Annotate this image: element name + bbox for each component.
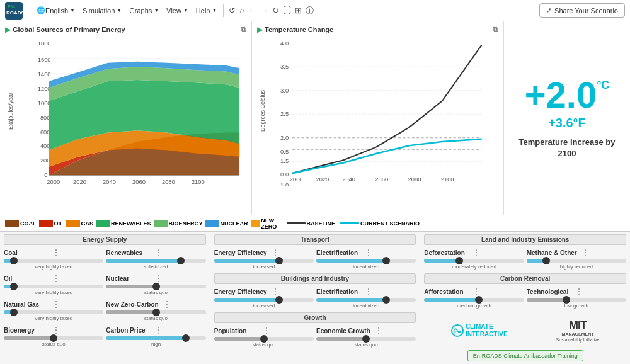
methane-track[interactable]: [527, 259, 626, 263]
ambassador-training-button[interactable]: En-ROADS Climate Ambassador Training: [467, 350, 583, 361]
nav-english[interactable]: 🌐 English ▼: [33, 4, 79, 16]
transport-electrification-group: Electrification ⋮ incentivized: [316, 247, 416, 270]
share-button[interactable]: ↗ Share Your Scenario: [539, 3, 625, 18]
home-icon[interactable]: ⌂: [239, 6, 244, 15]
buildings-efficiency-menu[interactable]: ⋮: [271, 287, 280, 297]
technological-track[interactable]: [527, 298, 626, 302]
play-icon[interactable]: ▶: [5, 26, 10, 34]
transport-electrification-menu[interactable]: ⋮: [364, 247, 373, 258]
svg-text:0.5: 0.5: [280, 148, 289, 155]
fullscreen-icon[interactable]: ⛶: [283, 6, 291, 15]
newzero-menu[interactable]: ⋮: [163, 299, 171, 309]
bioenergy-slider-group: Bioenergy ⋮ status quo: [4, 325, 103, 347]
energy-y-label: Exajoules/year: [5, 35, 16, 186]
carbon-price-track[interactable]: [106, 336, 205, 340]
temp-chart-title: ▶ Temperature Change ⧉: [257, 25, 498, 34]
oil-swatch: [39, 220, 53, 227]
oil-track[interactable]: [4, 285, 103, 288]
nuclear-track[interactable]: [106, 285, 205, 288]
bioenergy-menu[interactable]: ⋮: [52, 325, 60, 335]
population-menu[interactable]: ⋮: [262, 326, 271, 336]
newzero-label: New Zero-Carbon: [106, 301, 158, 308]
renewables-track[interactable]: [106, 259, 205, 263]
transport-electrification-track[interactable]: [316, 259, 416, 263]
renewables-value: subsidized: [106, 264, 205, 270]
methane-value: highly reduced: [527, 264, 626, 270]
redo-icon[interactable]: ↻: [272, 6, 279, 15]
gas-swatch: [66, 220, 80, 227]
nuclear-label: Nuclear: [106, 275, 150, 282]
baseline-line: [287, 222, 306, 224]
undo-icon[interactable]: ↺: [229, 6, 236, 15]
temp-celsius-value: +2.0 °C: [525, 77, 610, 113]
svg-text:2080: 2080: [162, 178, 175, 185]
temp-fahrenheit: +3.6°F: [548, 116, 586, 130]
temp-legend: BASELINE CURRENT SCENARIO: [287, 220, 494, 227]
transport-efficiency-group: Energy Efficiency ⋮ increased: [214, 247, 314, 270]
economic-growth-menu[interactable]: ⋮: [374, 326, 383, 336]
carbon-price-menu[interactable]: ⋮: [154, 325, 163, 335]
renewables-label: Renewables: [106, 249, 150, 256]
right-section: Land and Industry Emissions Deforestatio…: [420, 232, 630, 364]
nuclear-swatch: [205, 220, 219, 227]
chevron-down-icon: ▼: [183, 8, 188, 13]
population-track[interactable]: [214, 337, 314, 341]
bioenergy-label: Bioenergy: [4, 327, 48, 334]
svg-text:800: 800: [40, 114, 50, 121]
buildings-electrification-track[interactable]: [316, 298, 416, 302]
transport-efficiency-menu[interactable]: ⋮: [271, 247, 280, 258]
nav-graphs[interactable]: Graphs ▼: [125, 5, 163, 16]
back-icon[interactable]: ←: [248, 6, 256, 15]
svg-text:2060: 2060: [375, 176, 389, 183]
nav-help[interactable]: Help ▼: [192, 5, 221, 16]
temp-celsius-unit: °C: [597, 79, 609, 91]
deforestation-menu[interactable]: ⋮: [472, 247, 481, 258]
legend-nuclear: NUCLEAR: [205, 220, 248, 227]
svg-text:2.0: 2.0: [280, 134, 289, 141]
mit-logo: MIT MANAGEMENTSustainability Initiative: [556, 319, 600, 343]
afforestation-track[interactable]: [424, 298, 524, 302]
buildings-efficiency-track[interactable]: [214, 298, 314, 302]
svg-text:1400: 1400: [38, 71, 51, 77]
afforestation-menu[interactable]: ⋮: [472, 287, 481, 297]
methane-menu[interactable]: ⋮: [581, 247, 590, 258]
bioenergy-value: status quo: [4, 341, 103, 347]
bioenergy-track[interactable]: [4, 336, 103, 340]
legend-current: CURRENT SCENARIO: [340, 220, 420, 227]
transport-efficiency-track[interactable]: [214, 259, 314, 263]
energy-legend: COAL OIL GAS RENEWABLES BIOENERGY NUCLEA…: [5, 217, 282, 230]
forward-icon[interactable]: →: [260, 6, 268, 15]
copy-icon[interactable]: ⧉: [241, 25, 246, 34]
oil-menu[interactable]: ⋮: [52, 273, 60, 283]
oil-label: Oil: [4, 275, 48, 282]
economic-growth-track[interactable]: [316, 337, 416, 341]
svg-text:2000: 2000: [47, 178, 60, 185]
gas-track[interactable]: [4, 310, 103, 314]
nav-simulation[interactable]: Simulation ▼: [79, 5, 125, 16]
buildings-electrification-menu[interactable]: ⋮: [364, 287, 373, 297]
energy-chart-svg: 1800 1600 1400 1200 1000 800 600 400 200…: [16, 35, 246, 186]
deforestation-track[interactable]: [424, 259, 524, 263]
coal-menu[interactable]: ⋮: [52, 247, 60, 258]
carbon-price-label: Carbon Price: [106, 327, 150, 334]
newzero-track[interactable]: [106, 310, 205, 314]
svg-text:1.0: 1.0: [280, 181, 289, 186]
population-value: status quo: [214, 342, 314, 348]
copy-icon-temp[interactable]: ⧉: [493, 25, 498, 34]
info-icon[interactable]: ⓘ: [306, 5, 314, 16]
temp-chart-panel: ▶ Temperature Change ⧉ Degrees Celsius 4…: [252, 21, 504, 215]
gas-menu[interactable]: ⋮: [52, 299, 60, 309]
svg-text:2000: 2000: [290, 176, 303, 183]
technological-menu[interactable]: ⋮: [575, 287, 583, 297]
grid-icon[interactable]: ⊞: [295, 6, 302, 15]
energy-chart-title: ▶ Global Sources of Primary Energy ⧉: [5, 25, 246, 34]
nav-view[interactable]: View ▼: [163, 5, 192, 16]
renewables-menu[interactable]: ⋮: [154, 247, 163, 258]
play-icon-temp[interactable]: ▶: [257, 26, 262, 34]
logo: EN- ROADS: [5, 2, 25, 20]
svg-text:0.0: 0.0: [280, 171, 289, 178]
economic-growth-group: Economic Growth ⋮ status quo: [316, 326, 416, 348]
coal-track[interactable]: [4, 259, 103, 263]
nuclear-menu[interactable]: ⋮: [154, 273, 163, 283]
newzero-swatch: [251, 220, 260, 227]
